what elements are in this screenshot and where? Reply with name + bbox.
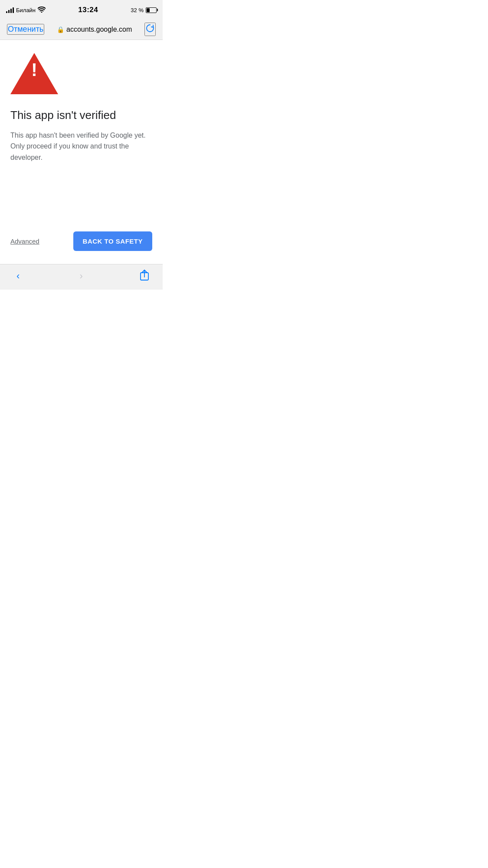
page-description: This app hasn't been verified by Google …: [10, 130, 152, 163]
advanced-link[interactable]: Advanced: [10, 233, 39, 249]
warning-icon: !: [10, 53, 152, 96]
url-text: accounts.google.com: [66, 26, 132, 33]
status-right: 32 %: [131, 7, 157, 13]
forward-arrow-button[interactable]: ›: [76, 269, 86, 284]
signal-bars-icon: [6, 7, 14, 13]
lock-icon: 🔒: [57, 26, 64, 33]
bottom-nav-bar: ‹ ›: [0, 264, 163, 290]
carrier-name: Билайн: [16, 7, 36, 13]
main-content: ! This app isn't verified This app hasn'…: [0, 40, 163, 264]
status-left: Билайн: [6, 7, 46, 14]
page-title: This app isn't verified: [10, 108, 152, 123]
battery-icon: [146, 7, 157, 13]
time-display: 13:24: [78, 6, 98, 14]
back-to-safety-button[interactable]: BACK TO SAFETY: [73, 231, 152, 251]
url-bar: 🔒 accounts.google.com: [57, 26, 132, 33]
battery-percent: 32 %: [131, 7, 144, 13]
share-icon[interactable]: [139, 269, 150, 283]
browser-bar: Отменить 🔒 accounts.google.com: [0, 19, 163, 40]
back-arrow-button[interactable]: ‹: [13, 269, 23, 284]
action-row: Advanced BACK TO SAFETY: [10, 231, 152, 251]
wifi-icon: [38, 7, 46, 14]
cancel-button[interactable]: Отменить: [7, 24, 44, 35]
refresh-button[interactable]: [144, 23, 156, 36]
status-bar: Билайн 13:24 32 %: [0, 0, 163, 19]
